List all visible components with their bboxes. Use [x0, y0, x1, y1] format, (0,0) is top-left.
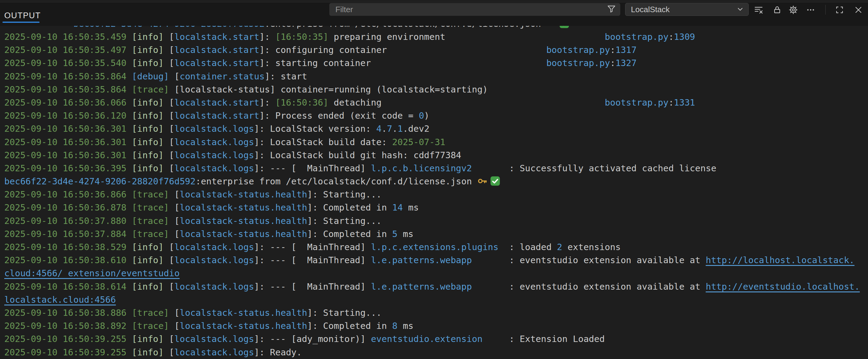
log-line: 2025-09-10 16:50:36.301 [info] [localsta… — [0, 149, 868, 162]
timestamp: 2025-09-10 16:50:35.864 — [4, 84, 132, 95]
code-token: localstack.logs — [175, 255, 254, 265]
log-level-tag: [info] — [132, 163, 169, 173]
log-text: ]: — [259, 58, 275, 68]
log-text: LocalStack version: — [270, 124, 376, 134]
channel-selected-value: LocalStack — [625, 5, 670, 14]
filter-container — [329, 3, 620, 16]
timestamp: 2025-09-10 16:50:38.886 — [4, 307, 132, 318]
active-tab-underline — [2, 22, 39, 23]
log-level-tag: [trace] — [132, 202, 175, 213]
file-link[interactable]: 1317 — [615, 45, 637, 55]
log-text: --- [ MainThread] — [270, 255, 371, 265]
log-text: [ — [169, 334, 174, 344]
clear-output-button[interactable] — [752, 3, 765, 17]
timestamp: 2025-09-10 16:50:35.864 — [4, 71, 132, 81]
code-token: localstack.logs — [175, 150, 254, 160]
file-link[interactable]: bootstrap.py — [605, 32, 669, 42]
number-token: 1 — [398, 124, 403, 134]
maximize-panel-button[interactable] — [833, 3, 846, 17]
code-token: localstack-status.health — [180, 189, 307, 200]
log-text: LocalStack build git hash: cddf77384 — [270, 150, 461, 160]
file-link[interactable]: 1331 — [674, 97, 695, 108]
log-text: --- [ MainThread] — [270, 163, 371, 173]
log-line: 2025-09-10 16:50:38.886 [trace] [localst… — [0, 306, 868, 320]
file-link[interactable]: 1309 — [674, 32, 695, 42]
log-level-tag: [info] — [132, 137, 169, 147]
url-link[interactable]: cloud:4566/_extension/eventstudio — [4, 268, 180, 279]
log-text: ]: — [254, 282, 270, 292]
close-panel-button[interactable] — [851, 3, 865, 17]
scroll-lock-button[interactable] — [770, 3, 784, 17]
log-text: [ — [169, 282, 174, 292]
timestamp: 2025-09-10 16:50:36.866 — [4, 189, 132, 200]
code-token: l.e.patterns.webapp — [371, 255, 472, 265]
panel-top-border — [0, 0, 868, 2]
chevron-down-icon — [736, 5, 748, 14]
timestamp: 2025-09-10 16:50:37.880 — [4, 216, 132, 226]
log-text: Ready. — [270, 347, 302, 357]
url-link[interactable]: http://eventstudio.localhost. — [706, 282, 860, 292]
timestamp: 2025-09-10 16:50:35.459 — [4, 32, 132, 42]
more-actions-button[interactable] — [804, 3, 817, 17]
channel-dropdown[interactable]: LocalStack — [625, 3, 749, 16]
log-text: ]: — [307, 202, 323, 213]
log-level-tag: [info] — [132, 347, 169, 357]
log-text: ]: — [254, 255, 270, 265]
log-text: ]: — [254, 334, 270, 344]
output-log-area[interactable]: bec66f22-3d4e-4274-9206-28820f76d592:ent… — [0, 26, 868, 359]
log-text: : — [669, 32, 674, 42]
log-line: 2025-09-10 16:50:36.301 [info] [localsta… — [0, 136, 868, 149]
settings-button[interactable] — [786, 3, 800, 17]
log-text: : — [610, 45, 615, 55]
number-token: 0 — [419, 110, 424, 121]
filter-funnel-icon[interactable] — [607, 4, 616, 14]
log-text: start — [281, 71, 307, 81]
timestamp: 2025-09-10 16:50:36.301 — [4, 137, 132, 147]
file-link[interactable]: bootstrap.py — [546, 45, 610, 55]
log-text: ]: — [307, 229, 323, 239]
url-link[interactable]: localstack.cloud:4566 — [4, 294, 116, 305]
log-text: : Successfully activated cached license — [472, 163, 716, 173]
number-token: 4 — [376, 124, 381, 134]
log-level-tag: [info] — [132, 58, 169, 68]
log-text: [ — [169, 242, 174, 252]
log-line: 2025-09-10 16:50:37.884 [trace] [localst… — [0, 228, 868, 241]
log-text: .dev2 — [403, 124, 429, 134]
log-text: [ — [175, 189, 180, 200]
file-link[interactable]: bootstrap.py — [546, 58, 610, 68]
log-text: ) — [424, 110, 429, 121]
code-token: bec66f22-3d4e-4274-9206-28820f76d592 — [4, 176, 196, 187]
log-text: [ — [169, 347, 174, 357]
code-token: localstack.logs — [175, 137, 254, 147]
clipped-log-line: bec66f22-3d4e-4274-9206-28820f76d592:ent… — [0, 26, 868, 30]
log-line: cloud:4566/_extension/eventstudio — [0, 267, 868, 280]
url-link[interactable]: http://localhost.localstack. — [706, 255, 855, 265]
timestamp: 2025-09-10 16:50:36.301 — [4, 124, 132, 134]
file-link[interactable]: bootstrap.py — [605, 97, 669, 108]
code-token: localstack.start — [175, 32, 259, 42]
log-text: [ — [169, 58, 174, 68]
log-level-tag: [info] — [132, 282, 169, 292]
code-token: localstack.logs — [175, 242, 254, 252]
log-level-tag: [info] — [132, 110, 169, 121]
timestamp: [16:50:36] — [275, 97, 329, 108]
timestamp: 2025-09-10 16:50:38.610 — [4, 255, 132, 265]
key-emoji — [546, 26, 557, 29]
log-text: [ — [169, 32, 174, 42]
log-level-tag: [trace] — [132, 229, 175, 239]
log-line: 2025-09-10 16:50:36.066 [info] [localsta… — [0, 96, 868, 109]
code-token: localstack-status.health — [180, 307, 307, 318]
log-text: Completed in — [323, 229, 392, 239]
tab-output[interactable]: OUTPUT — [4, 11, 41, 21]
log-level-tag: [trace] — [132, 321, 175, 331]
number-token: 7 — [387, 124, 392, 134]
log-line: 2025-09-10 16:50:35.459 [info] [localsta… — [0, 30, 868, 43]
log-text: [ — [175, 307, 180, 318]
log-level-tag: [info] — [132, 124, 169, 134]
code-token: localstack.start — [175, 45, 259, 55]
filter-input[interactable] — [329, 5, 607, 14]
file-link[interactable]: 1327 — [615, 58, 637, 68]
log-text: Completed in — [323, 321, 392, 331]
log-level-tag: [debug] — [132, 71, 175, 81]
log-line: 2025-09-10 16:50:36.866 [trace] [localst… — [0, 188, 868, 201]
